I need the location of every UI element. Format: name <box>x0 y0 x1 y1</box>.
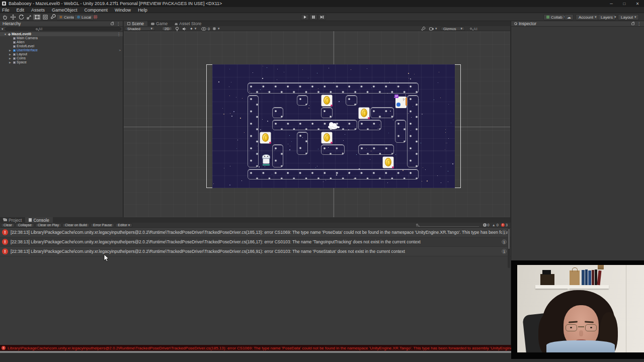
maze-wall-block[interactable] <box>248 169 419 180</box>
console-scrollbar[interactable] <box>508 228 510 268</box>
collapse-button[interactable]: Collapse <box>16 223 34 227</box>
expand-arrow-icon[interactable]: ▶ <box>9 48 12 52</box>
rotate-tool-button[interactable] <box>17 14 25 20</box>
account-button[interactable]: Account ▾ <box>576 14 599 20</box>
player-robot-sprite[interactable] <box>261 154 271 165</box>
hierarchy-scene-root[interactable]: ▼ MazeLevel0 ⋮ <box>0 32 123 36</box>
hierarchy-item-space[interactable]: ▶Space <box>0 60 123 64</box>
console-toolbar: Clear Collapse Clear on Play Clear on Bu… <box>0 223 511 228</box>
expand-arrow-icon[interactable]: ▶ <box>9 52 12 56</box>
maze-wall-block[interactable] <box>272 107 283 118</box>
hierarchy-item-userinterface[interactable]: ▶UserInterface> <box>0 48 123 52</box>
2d-toggle-button[interactable]: 2D <box>162 27 172 31</box>
menu-gameobject[interactable]: GameObject <box>52 8 77 13</box>
console-error-row[interactable]: ![22:38:13] Library\PackageCache\com.uni… <box>0 228 511 237</box>
maze-wall-block[interactable] <box>346 95 357 106</box>
maze-wall-block[interactable] <box>272 144 283 167</box>
effects-dropdown-icon[interactable]: ✦ ▾ <box>188 27 198 31</box>
custom-tool-button[interactable] <box>49 14 57 20</box>
create-dropdown-icon[interactable]: ▾ <box>2 27 4 31</box>
menu-window[interactable]: Window <box>115 8 131 13</box>
hierarchy-search-input[interactable]: All <box>5 27 121 31</box>
hierarchy-item-endoflevel[interactable]: EndofLevel <box>0 44 123 48</box>
menu-help[interactable]: Help <box>138 8 147 13</box>
hierarchy-item-main-camera[interactable]: Main Camera <box>0 36 123 40</box>
maze-wall-block[interactable] <box>297 95 308 106</box>
coin-sprite[interactable] <box>321 95 332 106</box>
editor-dropdown[interactable]: Editor ▾ <box>115 223 132 227</box>
lock-icon[interactable] <box>631 23 634 25</box>
console-error-row[interactable]: ![22:38:13] Library\PackageCache\com.uni… <box>0 247 511 256</box>
layout-button[interactable]: Layout ▾ <box>618 14 639 20</box>
tab-scene[interactable]: Scene <box>124 21 147 26</box>
maze-wall-block[interactable] <box>395 120 406 143</box>
tab-project[interactable]: Project <box>0 217 25 223</box>
scene-viewport[interactable]: 1F ? <box>124 31 510 217</box>
maximize-button[interactable]: □ <box>618 0 631 7</box>
coin-sprite[interactable] <box>260 132 271 143</box>
lock-icon[interactable] <box>111 23 114 25</box>
maze-wall-block[interactable] <box>321 144 345 155</box>
console-error-row[interactable]: ![22:38:13] Library\PackageCache\com.uni… <box>0 237 511 247</box>
cloud-button[interactable]: ☁ <box>565 14 574 20</box>
camera-dropdown-icon[interactable]: ▾ <box>427 27 439 31</box>
collapse-arrow-icon[interactable]: ▼ <box>4 32 7 36</box>
warning-icon: ▲ <box>492 223 496 227</box>
menu-assets[interactable]: Assets <box>31 8 45 13</box>
coin-sprite[interactable] <box>359 108 369 119</box>
expand-arrow-icon[interactable]: ▶ <box>9 60 12 64</box>
close-button[interactable]: ✕ <box>631 0 644 7</box>
info-count-toggle[interactable]: i 0 <box>483 223 490 227</box>
warning-count-toggle[interactable]: ▲ 0 <box>492 223 499 227</box>
layers-button[interactable]: Layers ▾ <box>598 14 616 20</box>
hierarchy-item-alien[interactable]: Alien <box>0 40 123 44</box>
menu-component[interactable]: Component <box>85 8 108 13</box>
maze-wall-block[interactable] <box>358 144 394 155</box>
rect-tool-button[interactable] <box>33 14 41 20</box>
clear-on-build-button[interactable]: Clear on Build <box>62 223 90 227</box>
maze-wall-block[interactable] <box>370 107 394 118</box>
tab-game[interactable]: Game <box>147 21 171 26</box>
hierarchy-item-layout[interactable]: ▶Layout <box>0 52 123 56</box>
kebab-menu-icon[interactable]: ⋮ <box>116 22 120 26</box>
step-button[interactable] <box>318 14 326 20</box>
maze-wall-block[interactable] <box>248 95 259 167</box>
hand-tool-button[interactable] <box>1 14 9 20</box>
clear-button[interactable]: Clear <box>1 223 15 227</box>
folder-icon <box>4 219 7 221</box>
maze-wall-block[interactable] <box>321 107 332 118</box>
open-subscene-chevron-icon[interactable]: > <box>119 49 121 52</box>
person-shirt <box>546 340 615 352</box>
coin-sprite[interactable] <box>383 157 393 168</box>
coin-sprite[interactable] <box>321 132 332 143</box>
hierarchy-item-coins[interactable]: ▶Coins <box>0 56 123 60</box>
component-tools-icon[interactable] <box>419 27 428 31</box>
expand-arrow-icon[interactable]: ▶ <box>9 56 12 60</box>
tab-asset-store[interactable]: Asset Store <box>171 21 205 26</box>
play-button[interactable] <box>301 14 309 20</box>
gizmos-dropdown[interactable]: Gizmos ▾ <box>441 27 465 31</box>
shading-mode-dropdown[interactable]: Shaded ▾ <box>125 27 155 31</box>
move-tool-button[interactable] <box>9 14 17 20</box>
scale-tool-button[interactable] <box>25 14 33 20</box>
error-count-toggle[interactable]: ! 3 <box>501 223 508 227</box>
gameobject-icon <box>13 45 16 48</box>
grid-snap-button[interactable] <box>92 14 99 20</box>
console-search-input[interactable] <box>416 223 479 227</box>
minimize-button[interactable]: ─ <box>605 0 618 7</box>
menu-edit[interactable]: Edit <box>17 8 25 13</box>
maze-wall-block[interactable] <box>248 82 419 94</box>
menu-file[interactable]: File <box>2 8 10 13</box>
pause-button[interactable] <box>309 14 317 20</box>
scene-search-input[interactable]: All <box>468 27 508 31</box>
maze-wall-block[interactable] <box>297 132 308 155</box>
maze-wall-block[interactable] <box>358 120 382 131</box>
end-of-level-tile[interactable]: 1F ? <box>395 97 407 108</box>
tab-console[interactable]: Console <box>25 217 52 223</box>
maze-wall-block[interactable] <box>272 120 357 131</box>
kebab-menu-icon[interactable]: ⋮ <box>637 22 641 26</box>
error-pause-button[interactable]: Error Pause <box>91 223 114 227</box>
clear-on-play-button[interactable]: Clear on Play <box>35 223 61 227</box>
grid-visibility-dropdown[interactable]: ▾ <box>210 27 222 31</box>
transform-tool-button[interactable] <box>41 14 49 20</box>
